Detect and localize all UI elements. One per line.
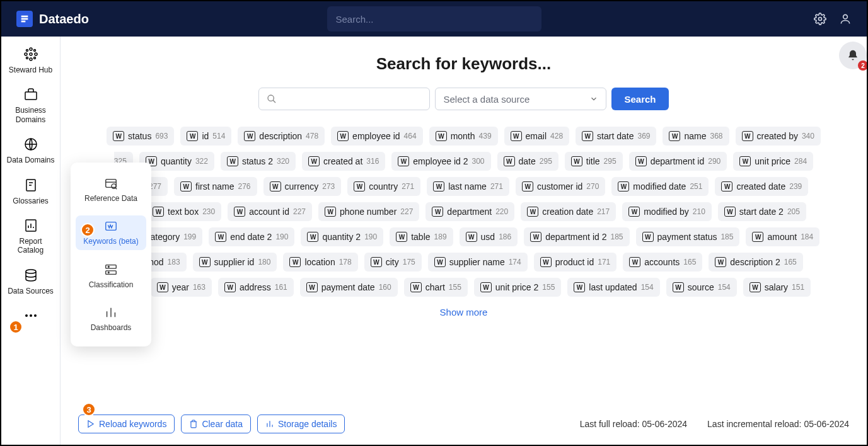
chip-name: unit price bbox=[755, 156, 790, 166]
keyword-chip[interactable]: Wpayment date160 bbox=[300, 278, 398, 297]
sidebar-item-glossaries[interactable]: Glossaries bbox=[6, 178, 56, 205]
word-icon: W bbox=[354, 181, 365, 192]
keyword-chip[interactable]: Wend date 2190 bbox=[209, 227, 294, 246]
keyword-chip[interactable]: Wchart155 bbox=[404, 278, 468, 297]
chip-name: name bbox=[684, 131, 706, 141]
sidebar-item-report-catalog[interactable]: Report Catalog bbox=[6, 218, 56, 255]
keyword-chip[interactable]: Wmodified date251 bbox=[611, 177, 709, 196]
keyword-chip[interactable]: Wcreated by340 bbox=[736, 127, 821, 146]
keyword-chip[interactable]: Wstart date369 bbox=[576, 127, 656, 146]
word-icon: W bbox=[289, 257, 301, 267]
svg-point-20 bbox=[30, 314, 32, 317]
keyword-chip[interactable]: Wproduct id171 bbox=[534, 253, 617, 272]
keyword-chip[interactable]: Wlast name271 bbox=[427, 177, 509, 196]
keyword-chip[interactable]: Wcustomer id270 bbox=[516, 177, 605, 196]
logo[interactable]: Dataedo bbox=[16, 11, 89, 27]
popup-item-reference-data[interactable]: Reference Data bbox=[76, 173, 146, 207]
keyword-chip[interactable]: Wemployee id464 bbox=[331, 127, 423, 146]
gear-icon[interactable] bbox=[814, 13, 826, 25]
chip-count: 185 bbox=[610, 232, 623, 241]
keyword-chip[interactable]: Wtable189 bbox=[390, 227, 453, 246]
sidebar-item-data-domains[interactable]: Data Domains bbox=[6, 137, 56, 164]
keyword-chip[interactable]: Wemployee id 2300 bbox=[391, 152, 490, 171]
show-more-link[interactable]: Show more bbox=[61, 307, 867, 317]
keyword-chip[interactable]: Waccount id227 bbox=[228, 202, 312, 221]
chip-count: 199 bbox=[183, 232, 196, 241]
user-icon[interactable] bbox=[839, 13, 852, 25]
keyword-chip[interactable]: Wdescription478 bbox=[238, 127, 325, 146]
keyword-chip[interactable]: Wdepartment id 2185 bbox=[524, 227, 629, 246]
keyword-chip[interactable]: Wquantity 2190 bbox=[301, 227, 383, 246]
keyword-chip[interactable]: Wemail428 bbox=[504, 127, 570, 146]
sidebar-item-data-sources[interactable]: Data Sources bbox=[6, 268, 56, 295]
reload-keywords-button[interactable]: Reload keywords bbox=[78, 415, 175, 433]
keyword-chip[interactable]: Wstatus 2320 bbox=[221, 152, 296, 171]
chip-name: source bbox=[688, 282, 714, 292]
keyword-chip[interactable]: Wname368 bbox=[663, 127, 729, 146]
svg-point-8 bbox=[25, 53, 27, 55]
word-icon: W bbox=[432, 207, 443, 217]
storage-details-button[interactable]: Storage details bbox=[257, 415, 345, 433]
keyword-chip[interactable]: Waddress161 bbox=[218, 278, 294, 297]
keyword-chip[interactable]: Wtitle295 bbox=[565, 152, 623, 171]
sidebar-item-business-domains[interactable]: Business Domains bbox=[6, 87, 56, 124]
keyword-chip[interactable]: Wdate295 bbox=[497, 152, 558, 171]
chip-count: 165 bbox=[784, 258, 797, 266]
global-search[interactable]: Search... bbox=[327, 6, 541, 31]
keyword-chip[interactable]: Wunit price 2155 bbox=[474, 278, 562, 297]
keyword-chip[interactable]: Wcreation date217 bbox=[521, 202, 616, 221]
keyword-chip[interactable]: Wlast updated154 bbox=[567, 278, 659, 297]
keyword-chip[interactable]: Wmonth439 bbox=[429, 127, 498, 146]
keyword-chip[interactable]: Wcurrency273 bbox=[263, 177, 342, 196]
chip-count: 428 bbox=[550, 132, 563, 140]
search-button[interactable]: Search bbox=[611, 88, 668, 110]
keyword-chip[interactable]: Wdepartment id290 bbox=[629, 152, 727, 171]
keyword-chip[interactable]: Wyear163 bbox=[151, 278, 212, 297]
keyword-chip[interactable]: Wcountry271 bbox=[347, 177, 420, 196]
word-icon: W bbox=[153, 207, 164, 217]
keyword-chip[interactable]: Wfirst name276 bbox=[174, 177, 257, 196]
keyword-chip[interactable]: Wsource154 bbox=[666, 278, 737, 297]
chip-count: 227 bbox=[400, 207, 413, 216]
chip-count: 316 bbox=[366, 157, 379, 166]
keyword-chip[interactable]: Wpayment status185 bbox=[636, 227, 740, 246]
keyword-chip[interactable]: Wmodified by210 bbox=[622, 202, 712, 221]
svg-rect-2 bbox=[21, 21, 26, 23]
keyword-chip[interactable]: Wstart date 2205 bbox=[718, 202, 806, 221]
keyword-chip[interactable]: Wdepartment220 bbox=[425, 202, 514, 221]
chip-count: 271 bbox=[490, 182, 503, 191]
sidebar-item-steward-hub[interactable]: Steward Hub bbox=[6, 47, 56, 74]
keyword-chip[interactable]: Wusd186 bbox=[460, 227, 518, 246]
notifications-bell[interactable]: 2 bbox=[839, 42, 867, 69]
keyword-chip[interactable]: Wcreated date239 bbox=[715, 177, 808, 196]
keyword-chip[interactable]: Wlocation178 bbox=[283, 253, 357, 272]
keyword-chip[interactable]: Wsupplier id180 bbox=[193, 253, 277, 272]
svg-point-7 bbox=[30, 58, 32, 60]
keyword-chip[interactable]: Wtext box230 bbox=[146, 202, 221, 221]
word-icon: W bbox=[669, 131, 680, 141]
chip-count: 155 bbox=[542, 283, 555, 292]
keyword-chip[interactable]: Wid514 bbox=[180, 127, 231, 146]
page-title: Search for keywords... bbox=[61, 54, 867, 74]
popup-item-classification[interactable]: Classification bbox=[76, 259, 146, 293]
word-icon: W bbox=[410, 282, 422, 292]
clear-data-button[interactable]: Clear data bbox=[181, 415, 251, 433]
svg-point-11 bbox=[33, 50, 35, 52]
keyword-chip[interactable]: Wdescription 2165 bbox=[709, 253, 802, 272]
keyword-chip[interactable]: Wstatus693 bbox=[107, 127, 174, 146]
keyword-chip[interactable]: Wamount184 bbox=[746, 227, 819, 246]
keyword-chip[interactable]: Wcreated at316 bbox=[302, 152, 385, 171]
keyword-chip[interactable]: Waccounts165 bbox=[623, 253, 702, 272]
keyword-search-input[interactable] bbox=[258, 88, 430, 110]
chip-count: 151 bbox=[792, 283, 804, 292]
keyword-chip[interactable]: Wphone number227 bbox=[318, 202, 419, 221]
chip-count: 154 bbox=[718, 283, 731, 292]
svg-point-6 bbox=[30, 48, 32, 50]
keyword-chip[interactable]: Wcity175 bbox=[364, 253, 422, 272]
keyword-chip[interactable]: Wsupplier name174 bbox=[428, 253, 528, 272]
popup-item-dashboards[interactable]: Dashboards bbox=[76, 302, 146, 336]
keyword-chip[interactable]: Wsalary151 bbox=[743, 278, 811, 297]
keyword-chip[interactable]: Wunit price284 bbox=[733, 152, 813, 171]
data-source-select[interactable]: Select a data source bbox=[435, 88, 606, 110]
word-icon: W bbox=[511, 131, 522, 141]
